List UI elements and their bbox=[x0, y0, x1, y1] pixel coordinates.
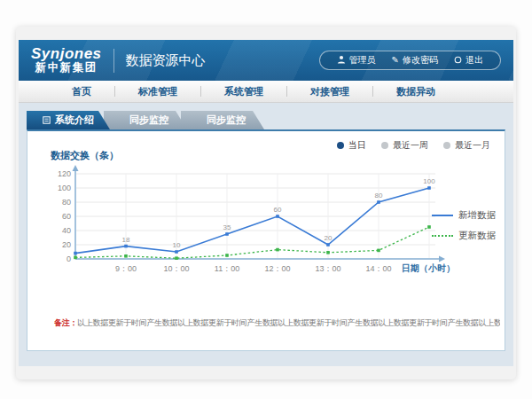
y-axis-title: 数据交换（条） bbox=[51, 149, 119, 162]
tab-sync-monitor-2[interactable]: 同步监控 bbox=[181, 111, 264, 129]
nav-item-system-mgmt[interactable]: 系统管理 bbox=[201, 85, 286, 98]
chart-panel: 当日 最近一周 最近一月 数据交换（条） 0204060801001209：00… bbox=[27, 129, 505, 351]
logout-button[interactable]: 退出 bbox=[446, 54, 491, 66]
company-logo: Synjones 新中新集团 bbox=[31, 46, 102, 74]
svg-text:11：00: 11：00 bbox=[215, 264, 239, 273]
nav-item-home[interactable]: 首页 bbox=[49, 85, 114, 98]
svg-text:100: 100 bbox=[423, 177, 435, 185]
power-circle-icon bbox=[454, 56, 462, 66]
current-user-button[interactable]: 管理员 bbox=[329, 54, 384, 66]
svg-text:日期（小时）: 日期（小时） bbox=[402, 263, 455, 273]
svg-text:60: 60 bbox=[62, 212, 71, 221]
radio-dot bbox=[443, 142, 450, 149]
content-area: 系统介绍 同步监控 同步监控 当日 最近一周 bbox=[19, 103, 513, 366]
exchange-line-chart: 0204060801001209：0010：0011：0012：0013：001… bbox=[40, 165, 457, 280]
legend-label: 更新数据 bbox=[458, 230, 496, 242]
svg-text:13：00: 13：00 bbox=[315, 264, 340, 273]
radio-label: 最近一月 bbox=[455, 139, 490, 152]
svg-text:80: 80 bbox=[375, 192, 383, 200]
legend-label: 新增数据 bbox=[458, 209, 496, 222]
logo-latin: Synjones bbox=[31, 46, 102, 62]
svg-text:20: 20 bbox=[325, 234, 332, 242]
document-icon bbox=[43, 115, 51, 126]
user-name-label: 管理员 bbox=[349, 54, 376, 66]
legend-swatch-dotted-line bbox=[432, 235, 453, 237]
tab-system-intro[interactable]: 系统介绍 bbox=[27, 111, 110, 129]
svg-text:9：00: 9：00 bbox=[115, 264, 137, 273]
time-range-filter: 当日 最近一周 最近一月 bbox=[337, 139, 490, 152]
app-window: Synjones 新中新集团 数据资源中心 管理员 ✎ 修改密码 bbox=[16, 27, 516, 379]
change-password-label: 修改密码 bbox=[403, 54, 438, 66]
main-nav: 首页 标准管理 系统管理 对接管理 数据异动 bbox=[19, 81, 513, 103]
tab-label: 系统介绍 bbox=[55, 113, 94, 127]
tab-bar: 系统介绍 同步监控 同步监控 bbox=[27, 111, 505, 129]
radio-label: 最近一周 bbox=[393, 139, 428, 152]
tab-sync-monitor-1[interactable]: 同步监控 bbox=[104, 111, 187, 129]
svg-text:120: 120 bbox=[58, 169, 71, 178]
svg-text:40: 40 bbox=[62, 226, 71, 235]
svg-text:18: 18 bbox=[122, 236, 130, 244]
note-text: 以上数据更新于时间产生数据以上数据更新于时间产生数据以上数据更新于时间产生数据以… bbox=[77, 318, 500, 327]
svg-text:100: 100 bbox=[58, 184, 71, 192]
app-header: Synjones 新中新集团 数据资源中心 管理员 ✎ 修改密码 bbox=[19, 40, 513, 81]
nav-item-data-change[interactable]: 数据异动 bbox=[373, 85, 458, 98]
chart-legend: 新增数据 更新数据 bbox=[432, 209, 496, 242]
svg-text:14：00: 14：00 bbox=[365, 264, 391, 273]
edit-icon: ✎ bbox=[392, 56, 399, 65]
svg-text:20: 20 bbox=[62, 240, 71, 249]
legend-swatch-solid-line bbox=[432, 215, 453, 216]
radio-today[interactable]: 当日 bbox=[337, 139, 366, 152]
radio-dot bbox=[381, 142, 388, 149]
user-toolbar: 管理员 ✎ 修改密码 退出 bbox=[319, 51, 501, 70]
nav-item-standard-mgmt[interactable]: 标准管理 bbox=[115, 85, 200, 98]
logout-label: 退出 bbox=[466, 54, 483, 66]
radio-dot bbox=[337, 142, 344, 149]
svg-text:35: 35 bbox=[223, 223, 231, 231]
tab-label: 同步监控 bbox=[207, 113, 246, 127]
svg-text:60: 60 bbox=[274, 206, 282, 214]
radio-last-week[interactable]: 最近一周 bbox=[381, 139, 428, 152]
nav-item-connect-mgmt[interactable]: 对接管理 bbox=[287, 85, 372, 98]
note-prefix: 备注： bbox=[54, 318, 77, 327]
svg-text:10: 10 bbox=[173, 241, 181, 249]
radio-last-month[interactable]: 最近一月 bbox=[443, 139, 490, 152]
radio-label: 当日 bbox=[348, 139, 366, 152]
legend-item-updated-data[interactable]: 更新数据 bbox=[432, 230, 496, 242]
user-icon bbox=[337, 55, 346, 66]
svg-text:80: 80 bbox=[62, 198, 71, 207]
svg-text:12：00: 12：00 bbox=[264, 264, 290, 273]
legend-item-new-data[interactable]: 新增数据 bbox=[432, 209, 496, 222]
svg-text:10：00: 10：00 bbox=[163, 264, 189, 273]
header-divider bbox=[113, 49, 114, 73]
tab-label: 同步监控 bbox=[129, 113, 168, 127]
footer-note: 备注：以上数据更新于时间产生数据以上数据更新于时间产生数据以上数据更新于时间产生… bbox=[54, 317, 500, 329]
logo-chinese: 新中新集团 bbox=[31, 62, 102, 74]
svg-text:0: 0 bbox=[66, 254, 71, 263]
change-password-button[interactable]: ✎ 修改密码 bbox=[384, 54, 446, 66]
page-title: 数据资源中心 bbox=[126, 52, 206, 69]
